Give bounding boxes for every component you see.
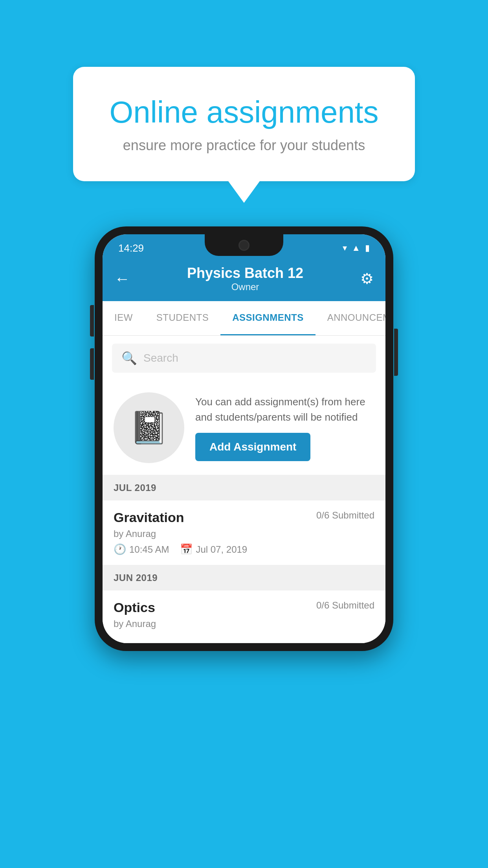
notebook-icon: 📓	[129, 409, 169, 446]
tab-announcements[interactable]: ANNOUNCEM…	[316, 301, 385, 335]
promo-icon-circle: 📓	[114, 392, 184, 463]
add-assignment-promo: 📓 You can add assignment(s) from here an…	[103, 381, 385, 475]
search-bar[interactable]: 🔍 Search	[112, 344, 376, 373]
assignment-time-gravitation: 10:45 AM	[129, 544, 169, 555]
speech-bubble-container: Online assignments ensure more practice …	[73, 67, 415, 203]
app-header: ← Physics Batch 12 Owner ⚙	[103, 258, 385, 301]
speech-bubble-title: Online assignments	[105, 94, 383, 130]
header-title-area: Physics Batch 12 Owner	[187, 265, 303, 292]
volume-up-button	[90, 305, 94, 337]
assignment-author-optics: by Anurag	[114, 618, 374, 629]
add-assignment-button[interactable]: Add Assignment	[195, 433, 310, 461]
assignment-date-gravitation: Jul 07, 2019	[196, 544, 247, 555]
assignment-title-gravitation: Gravitation	[114, 510, 184, 525]
tab-iew[interactable]: IEW	[103, 301, 145, 335]
meta-time-gravitation: 🕐 10:45 AM	[114, 543, 169, 555]
volume-down-button	[90, 348, 94, 380]
calendar-icon: 📅	[180, 543, 193, 555]
tab-assignments[interactable]: ASSIGNMENTS	[220, 301, 316, 335]
assignment-submitted-optics: 0/6 Submitted	[316, 600, 374, 611]
power-button	[394, 329, 398, 376]
battery-icon: ▮	[365, 243, 370, 253]
back-button[interactable]: ←	[114, 270, 130, 288]
assignment-row1: Gravitation 0/6 Submitted	[114, 510, 374, 525]
search-placeholder: Search	[143, 352, 178, 364]
phone-outer: 14:29 ▾ ▲ ▮ ← Physics Batch 12 Owner ⚙ I…	[95, 226, 393, 651]
tabs-container: IEW STUDENTS ASSIGNMENTS ANNOUNCEM…	[103, 301, 385, 336]
promo-text: You can add assignment(s) from here and …	[195, 394, 374, 425]
header-title: Physics Batch 12	[187, 265, 303, 281]
settings-button[interactable]: ⚙	[360, 270, 374, 287]
assignment-title-optics: Optics	[114, 600, 155, 615]
search-icon: 🔍	[121, 351, 137, 366]
status-time: 14:29	[118, 242, 144, 254]
assignment-item-gravitation[interactable]: Gravitation 0/6 Submitted by Anurag 🕐 10…	[103, 500, 385, 565]
search-container: 🔍 Search	[103, 336, 385, 381]
front-camera	[238, 240, 250, 251]
assignment-meta-gravitation: 🕐 10:45 AM 📅 Jul 07, 2019	[114, 543, 374, 555]
section-header-jun: JUN 2019	[103, 565, 385, 590]
assignment-author-gravitation: by Anurag	[114, 528, 374, 539]
assignment-row1-optics: Optics 0/6 Submitted	[114, 600, 374, 615]
assignment-submitted-gravitation: 0/6 Submitted	[316, 510, 374, 521]
header-subtitle: Owner	[187, 281, 303, 292]
assignment-item-optics[interactable]: Optics 0/6 Submitted by Anurag	[103, 590, 385, 643]
signal-icon: ▲	[352, 243, 360, 253]
status-icons: ▾ ▲ ▮	[343, 243, 370, 253]
section-header-jul: JUL 2019	[103, 475, 385, 500]
meta-date-gravitation: 📅 Jul 07, 2019	[180, 543, 247, 555]
wifi-icon: ▾	[343, 243, 347, 253]
phone-wrapper: 14:29 ▾ ▲ ▮ ← Physics Batch 12 Owner ⚙ I…	[95, 226, 393, 651]
phone-notch	[205, 234, 283, 256]
clock-icon: 🕐	[114, 543, 126, 555]
tab-students[interactable]: STUDENTS	[145, 301, 220, 335]
promo-content: You can add assignment(s) from here and …	[195, 394, 374, 461]
phone-screen: 14:29 ▾ ▲ ▮ ← Physics Batch 12 Owner ⚙ I…	[103, 234, 385, 643]
speech-bubble-arrow	[228, 181, 260, 203]
speech-bubble-subtitle: ensure more practice for your students	[105, 137, 383, 154]
speech-bubble: Online assignments ensure more practice …	[73, 67, 415, 181]
